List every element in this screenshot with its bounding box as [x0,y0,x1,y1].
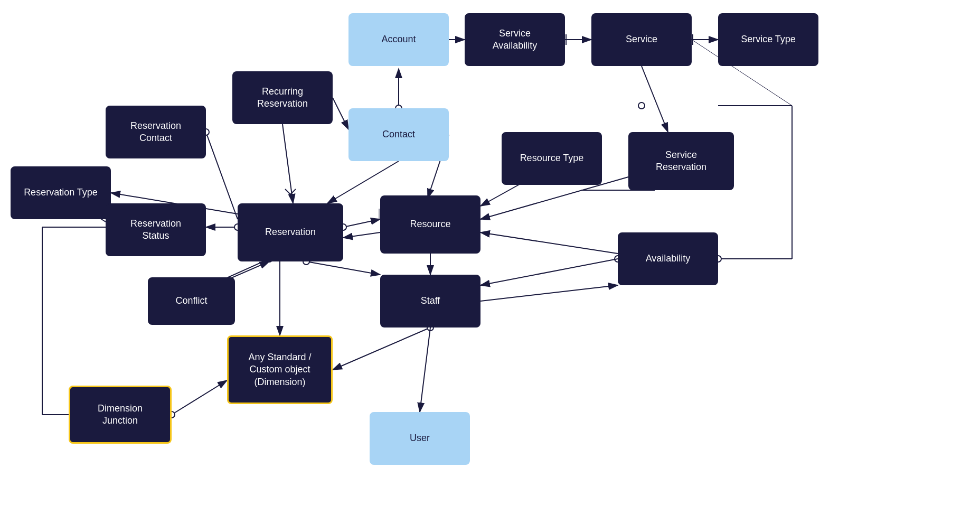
node-account: Account [348,13,449,66]
svg-line-49 [282,124,293,203]
node-reservation_contact: ReservationContact [106,106,206,158]
node-reservation: Reservation [238,203,343,261]
connections-svg [0,0,980,524]
svg-line-17 [642,66,668,132]
node-user: User [370,412,470,465]
svg-line-26 [480,232,618,254]
svg-line-50 [285,189,290,194]
diagram-container: AccountServiceAvailabilityServiceService… [0,0,980,524]
svg-line-57 [480,285,618,301]
node-resource: Resource [380,195,480,254]
node-availability: Availability [618,232,718,285]
node-dimension_junction: DimensionJunction [69,386,172,444]
node-service: Service [591,13,692,66]
svg-line-28 [480,259,618,285]
svg-line-36 [333,328,430,370]
node-staff: Staff [380,275,480,328]
node-reservation_type: Reservation Type [11,166,111,219]
node-conflict: Conflict [148,277,235,325]
svg-line-46 [306,261,380,275]
node-contact: Contact [348,108,449,161]
svg-line-10 [333,98,348,129]
node-service_type: Service Type [718,13,818,66]
node-resource_type: Resource Type [502,132,602,185]
svg-point-18 [638,102,645,109]
node-reservation_status: ReservationStatus [106,203,206,256]
node-service_availability: ServiceAvailability [465,13,565,66]
svg-line-38 [420,328,430,412]
svg-line-51 [290,189,296,194]
node-any_standard: Any Standard /Custom object(Dimension) [227,335,333,404]
svg-line-39 [172,380,227,415]
svg-line-25 [343,232,380,238]
node-recurring_reservation: RecurringReservation [232,71,333,124]
svg-line-22 [343,219,380,227]
svg-line-11 [206,132,238,219]
node-service_reservation: ServiceReservation [628,132,734,190]
